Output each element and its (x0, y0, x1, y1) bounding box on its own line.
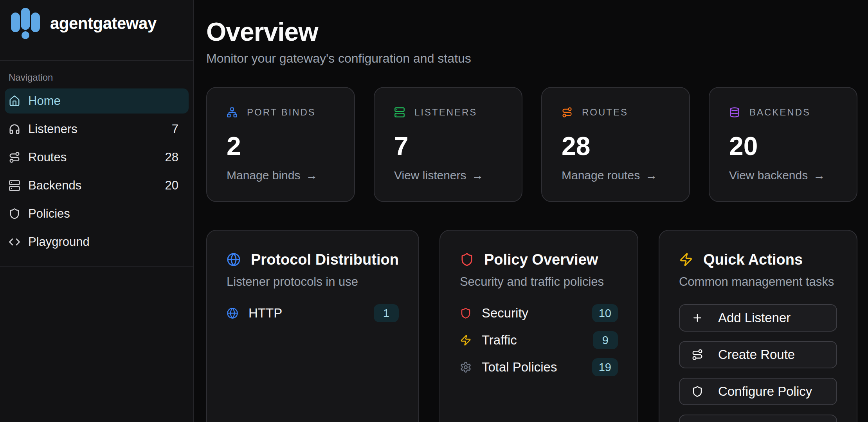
protocol-rows: HTTP 1 (227, 304, 399, 322)
row-label: HTTP (249, 306, 282, 321)
add-listener-button[interactable]: Add Listener (679, 304, 837, 332)
policy-overview-card: Policy Overview Security and traffic pol… (439, 230, 638, 422)
policy-rows: Security 10 Traffic 9 Total Policies 19 (460, 304, 618, 376)
arrow-right-icon: → (813, 168, 825, 182)
code-icon (9, 236, 20, 248)
sidebar: agentgateway Navigation Home Listeners 7… (0, 0, 194, 422)
sidebar-nav: Navigation Home Listeners 7 Routes 28 Ba… (0, 61, 193, 267)
stat-card-listeners: LISTENERS 7 View listeners → (374, 87, 522, 202)
route-icon (9, 151, 20, 163)
panel-header: Protocol Distribution (227, 250, 399, 269)
panel-title: Protocol Distribution (251, 251, 399, 268)
stat-link-label: Manage routes (562, 168, 640, 182)
view-listeners-link[interactable]: View listeners → (394, 168, 484, 182)
main-content: Overview Monitor your gateway's configur… (194, 0, 868, 422)
server-icon (9, 180, 20, 191)
shield-icon (9, 208, 20, 220)
database-icon (729, 107, 740, 118)
stat-link-label: Manage binds (227, 168, 300, 182)
stat-card-port-binds: PORT BINDS 2 Manage binds → (206, 87, 355, 202)
sidebar-item-label: Home (28, 94, 61, 108)
policy-row-security: Security 10 (460, 304, 618, 322)
sidebar-item-playground[interactable]: Playground (5, 229, 189, 254)
sidebar-item-home[interactable]: Home (5, 88, 189, 114)
sidebar-divider (0, 266, 193, 267)
create-route-button[interactable]: Create Route (679, 341, 837, 368)
panel-header: Quick Actions (679, 250, 837, 269)
policy-row-traffic: Traffic 9 (460, 331, 618, 349)
count-badge: 10 (592, 304, 618, 322)
stat-card-header: LISTENERS (394, 106, 502, 119)
button-label: Create Route (718, 347, 795, 362)
view-backends-link[interactable]: View backends → (729, 168, 825, 182)
zap-icon (460, 334, 472, 346)
headphones-icon (9, 123, 20, 135)
shield-icon (692, 386, 703, 397)
sidebar-item-label: Listeners (28, 122, 77, 136)
stat-label: ROUTES (582, 107, 628, 118)
panel-title: Policy Overview (484, 251, 598, 268)
gear-icon (460, 361, 472, 373)
network-icon (227, 107, 238, 118)
shield-icon (460, 307, 472, 319)
globe-icon (227, 252, 241, 267)
app-title: agentgateway (50, 14, 157, 33)
quick-action-list: Add Listener Create Route Configure Poli… (679, 304, 837, 422)
panel-header: Policy Overview (460, 250, 618, 269)
stat-link-label: View listeners (394, 168, 466, 182)
row-label: Total Policies (482, 360, 557, 375)
stat-card-header: BACKENDS (729, 106, 837, 119)
stat-link-label: View backends (729, 168, 808, 182)
row-label: Security (482, 306, 528, 321)
policy-row-total: Total Policies 19 (460, 358, 618, 376)
arrow-right-icon: → (472, 168, 484, 182)
sidebar-item-label: Playground (28, 235, 90, 249)
button-label: Add Listener (718, 310, 791, 325)
home-icon (9, 95, 20, 107)
panel-subtitle: Common management tasks (679, 274, 837, 289)
stat-value: 28 (562, 133, 670, 159)
count-badge: 19 (592, 358, 618, 376)
sidebar-item-routes[interactable]: Routes 28 (5, 145, 189, 170)
stat-label: BACKENDS (749, 107, 810, 118)
protocol-distribution-card: Protocol Distribution Listener protocols… (206, 230, 419, 422)
logo-row: agentgateway (0, 0, 193, 61)
button-label: Configure Policy (718, 384, 812, 399)
protocol-row-http: HTTP 1 (227, 304, 399, 322)
panel-subtitle: Security and traffic policies (460, 274, 618, 289)
count-badge: 1 (374, 304, 399, 322)
sidebar-item-label: Policies (28, 207, 70, 221)
configure-policy-button[interactable]: Configure Policy (679, 378, 837, 405)
sidebar-item-backends[interactable]: Backends 20 (5, 173, 189, 198)
zap-icon (679, 252, 693, 267)
manage-binds-link[interactable]: Manage binds → (227, 168, 317, 182)
route-icon (562, 107, 573, 118)
app-logo[interactable]: agentgateway (11, 5, 157, 42)
stat-label: PORT BINDS (247, 107, 316, 118)
route-icon (692, 349, 703, 361)
stat-value: 2 (227, 133, 335, 159)
quick-action-button-partial[interactable] (679, 415, 837, 422)
manage-routes-link[interactable]: Manage routes → (562, 168, 657, 182)
stat-card-header: ROUTES (562, 106, 670, 119)
stat-label: LISTENERS (414, 107, 477, 118)
panel-subtitle: Listener protocols in use (227, 274, 399, 289)
sidebar-count-listeners: 7 (172, 122, 178, 136)
arrow-right-icon: → (645, 168, 657, 182)
sidebar-item-policies[interactable]: Policies (5, 201, 189, 226)
panel-grid: Protocol Distribution Listener protocols… (206, 230, 857, 422)
page-subtitle: Monitor your gateway's configuration and… (206, 50, 857, 66)
sidebar-item-label: Backends (28, 179, 81, 193)
count-badge: 9 (593, 331, 618, 349)
page-title: Overview (206, 16, 857, 47)
panel-title: Quick Actions (703, 251, 803, 268)
sidebar-count-routes: 28 (165, 150, 178, 164)
stat-card-grid: PORT BINDS 2 Manage binds → LISTENERS 7 … (206, 87, 857, 202)
agentgateway-logo-icon (11, 7, 40, 40)
shield-icon (460, 252, 474, 267)
stat-value: 20 (729, 133, 837, 159)
stat-value: 7 (394, 133, 502, 159)
app-root: agentgateway Navigation Home Listeners 7… (0, 0, 868, 422)
stat-card-backends: BACKENDS 20 View backends → (709, 87, 857, 202)
sidebar-item-listeners[interactable]: Listeners 7 (5, 117, 189, 142)
